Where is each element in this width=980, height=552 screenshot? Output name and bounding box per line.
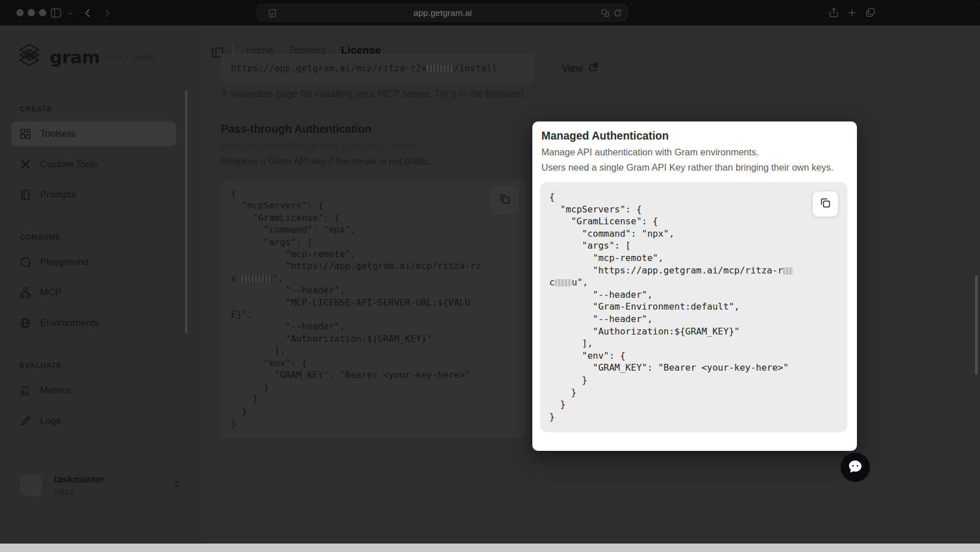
external-link-icon [588, 62, 599, 75]
custom-tools-icon [19, 158, 32, 171]
copy-button[interactable] [812, 191, 838, 217]
address-bar[interactable]: app.getgram.ai [257, 4, 628, 21]
sidebar-item-label: MCP [40, 287, 62, 298]
sidebar-item-label: Playground [40, 257, 89, 268]
redacted-text [242, 275, 272, 282]
card-desc-1: Manage API authentication with Gram envi… [541, 145, 849, 160]
sidebar-item-label: Environments [40, 318, 99, 329]
chat-bubble-icon [847, 459, 863, 476]
mcp-icon [19, 286, 32, 299]
sidebar-item-toolsets[interactable]: Toolsets [11, 121, 176, 146]
app-window: gram v0.8.7 (beta) CREATE Toolsets Custo… [0, 25, 980, 544]
back-button[interactable] [82, 7, 94, 19]
code-text: { "mcpServers": { "GramLicense": { "comm… [549, 192, 783, 276]
sidebar-item-logs[interactable]: Logs [11, 408, 176, 433]
sidebar-item-label: Toolsets [40, 128, 75, 140]
sidebar-item-label: Custom Tools [40, 159, 98, 170]
reader-icon [268, 8, 277, 20]
logs-icon [19, 415, 32, 427]
sidebar-item-prompts[interactable]: Prompts [11, 182, 176, 207]
code-text: { "mcpServers": { "GramLicense": { "comm… [231, 188, 481, 284]
code-text: c [549, 277, 555, 288]
close-window-button[interactable] [16, 9, 24, 16]
sidebar-scrollbar[interactable] [185, 90, 187, 333]
sidebar-item-label: Prompts [40, 189, 76, 201]
passthrough-code-block: { "mcpServers": { "GramLicense": { "comm… [221, 180, 526, 438]
environments-icon [19, 317, 32, 329]
copy-icon [819, 197, 832, 211]
sidebar-section-consume: CONSUME Playground MCP [11, 233, 187, 341]
screen: app.getgram.ai [0, 0, 980, 552]
new-tab-icon[interactable] [847, 7, 858, 18]
code-text: u", "--header", "Gram-Environment:defaul… [549, 277, 789, 422]
prompts-icon [19, 189, 32, 201]
section-label-evaluate: EVALUATE [11, 361, 187, 371]
redacted-text [783, 267, 793, 275]
forward-button[interactable] [101, 7, 112, 19]
share-icon[interactable] [828, 7, 839, 18]
sidebar-section-evaluate: EVALUATE Metrics Logs [11, 361, 187, 439]
code-text: ", "--header", "MCP-LICENSE-API-SERVER-U… [231, 273, 470, 429]
user-org-name: taskmaster [54, 473, 104, 486]
reload-icon[interactable] [613, 8, 622, 20]
page-scrollbar[interactable] [975, 275, 978, 375]
gram-logo-icon [17, 42, 42, 72]
chat-widget-button[interactable] [841, 453, 870, 482]
view-link-label: View [562, 63, 583, 75]
address-bar-url: app.getgram.ai [413, 8, 471, 18]
sidebar: gram v0.8.7 (beta) CREATE Toolsets Custo… [0, 25, 203, 544]
chevron-down-icon[interactable] [67, 10, 73, 16]
desktop-strip [0, 544, 980, 552]
sidebar-item-custom-tools[interactable]: Custom Tools [11, 152, 176, 177]
passthrough-desc-2: Requires a Gram API key if the server is… [221, 156, 431, 167]
metrics-icon [19, 384, 32, 397]
gram-logo[interactable]: gram v0.8.7 (beta) [17, 42, 155, 72]
card-desc-2: Users need a single Gram API Key rather … [541, 160, 849, 175]
copy-button[interactable] [491, 186, 518, 214]
install-url-block: https://app.getgram.ai/mcp/ritza-r2x/ins… [221, 54, 535, 84]
toolsets-icon [19, 128, 32, 140]
section-label-consume: CONSUME [11, 233, 187, 243]
sidebar-item-metrics[interactable]: Metrics [11, 378, 176, 403]
passthrough-title: Pass-through Authentication [221, 123, 371, 136]
share-note: A shareable page for installing your MCP… [221, 88, 524, 100]
sidebar-item-mcp[interactable]: MCP [11, 280, 176, 305]
copy-icon [498, 193, 511, 207]
user-switcher[interactable]: taskmaster Ritza [14, 468, 190, 503]
install-url-suffix: /install [454, 63, 497, 73]
install-url-text: https://app.getgram.ai/mcp/ritza-r2x [231, 63, 427, 73]
browser-sidebar-icon[interactable] [50, 7, 62, 19]
sidebar-item-environments[interactable]: Environments [11, 311, 176, 336]
tab-overview-icon[interactable] [865, 7, 876, 18]
user-project-name: Ritza [54, 486, 104, 498]
card-title: Managed Authentication [541, 129, 849, 142]
sidebar-item-label: Logs [40, 415, 61, 427]
avatar [20, 475, 42, 496]
logo-wordmark: gram [50, 47, 100, 67]
sidebar-item-label: Metrics [40, 385, 71, 396]
zoom-window-button[interactable] [39, 9, 46, 16]
redacted-text [427, 65, 454, 72]
chevron-up-down-icon [172, 479, 182, 492]
minimize-window-button[interactable] [28, 9, 35, 16]
view-install-page-link[interactable]: View [562, 62, 599, 75]
translate-icon[interactable] [601, 8, 610, 20]
section-label-create: CREATE [11, 105, 187, 115]
managed-auth-card: Managed Authentication Manage API authen… [532, 121, 857, 451]
passthrough-desc-1: Pass API credentials directly to the MCP… [221, 141, 418, 151]
browser-titlebar: app.getgram.ai [0, 0, 980, 25]
sidebar-item-playground[interactable]: Playground [11, 250, 176, 275]
playground-icon [19, 256, 32, 268]
app-version: v0.8.7 (beta) [106, 52, 155, 62]
redacted-text [555, 279, 572, 286]
managed-auth-code-block: { "mcpServers": { "GramLicense": { "comm… [540, 182, 847, 432]
sidebar-section-create: CREATE Toolsets Custom Tools [11, 105, 187, 213]
